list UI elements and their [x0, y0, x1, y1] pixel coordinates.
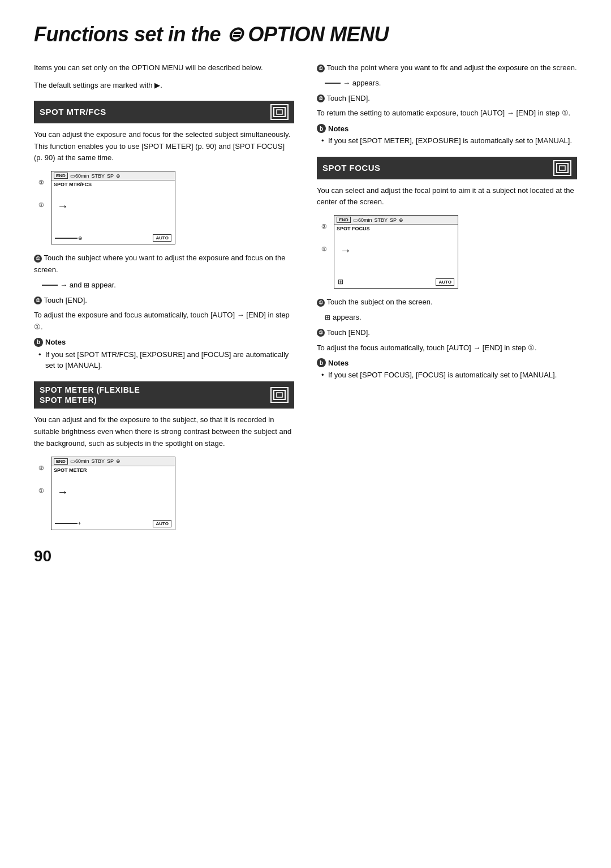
svg-rect-4 [557, 164, 568, 173]
cam-mockup-spot-meter: ② ① END ▭60min STBY SP ⊕ SPOT METER → [51, 457, 294, 530]
cam-label-2-sm: ② [38, 465, 44, 472]
cam-label-1-mtr: ① [38, 201, 44, 209]
step1b-mtr: → and ⊞ appear. [34, 280, 294, 291]
default-note: The default settings are marked with ▶. [34, 81, 294, 89]
spot-mtr-fcs-header: SPOT MTR/FCS [34, 101, 294, 123]
right-column: ① Touch the point where you want to fix … [317, 62, 577, 565]
cam-label-1-sf: ① [321, 246, 327, 253]
note-icon-mtr: b [34, 338, 43, 347]
sf-notes-label: Notes [328, 359, 348, 367]
spot-meter-body: You can adjust and fix the exposure to t… [34, 414, 294, 449]
svg-rect-0 [274, 108, 285, 117]
title-icon: ⊜ [226, 23, 243, 46]
exp-step1: ① Touch the point where you want to fix … [317, 62, 577, 74]
cam-end-btn-sf: END [337, 217, 351, 223]
cam-screen-mtr: END ▭60min STBY SP ⊕ SPOT MTR/FCS → ⊕ [51, 171, 175, 244]
cam-arrow-mtr: → [57, 200, 68, 213]
sf-auto-text: To adjust the focus automatically, touch… [317, 342, 577, 354]
svg-rect-5 [560, 166, 565, 170]
notes-label-mtr: Notes [45, 338, 66, 346]
notes-header-mtr: b Notes [34, 338, 294, 347]
svg-rect-2 [274, 390, 285, 399]
svg-rect-1 [277, 110, 282, 114]
cam-sp-mtr: SP [107, 173, 114, 179]
cam-topbar-sf: END ▭60min STBY SP ⊕ [334, 216, 458, 225]
cam-stby-sf: STBY [374, 217, 388, 223]
spot-meter-icon [270, 387, 289, 403]
cam-arrow-sf: → [340, 244, 351, 257]
spot-focus-icon [553, 160, 571, 176]
sf-notes-list: If you set [SPOT FOCUS], [FOCUS] is auto… [317, 369, 577, 381]
cam-stby-mtr: STBY [91, 173, 105, 179]
step2-num-mtr: ② [34, 297, 42, 304]
cam-label-2-sf: ② [321, 223, 327, 230]
cam-label-1-sm: ① [38, 487, 44, 495]
auto-text-mtr: To adjust the exposure and focus automat… [34, 310, 294, 333]
exp-step1b: → appears. [317, 78, 577, 89]
exp-notes-header: b Notes [317, 124, 577, 133]
sf-step2-num: ② [317, 329, 325, 337]
step1-mtr: ① Touch the subject where you want to ad… [34, 252, 294, 276]
spot-meter-title: SPOT METER (Flexible spot meter) [40, 385, 140, 405]
spot-mtr-fcs-icon [270, 104, 289, 120]
spot-meter-section: SPOT METER (Flexible spot meter) You can… [34, 381, 294, 530]
cam-mockup-spot-mtr-fcs: ② ① END ▭60min STBY SP ⊕ SPOT MTR/FCS → [51, 171, 294, 244]
page-number: 90 [34, 547, 294, 565]
sf-note-icon: b [317, 358, 326, 367]
cam-battery-sm: ▭60min [70, 458, 89, 464]
spot-mtr-fcs-section: SPOT MTR/FCS You can adjust the exposure… [34, 101, 294, 371]
sf-notes: b Notes If you set [SPOT FOCUS], [FOCUS]… [317, 358, 577, 381]
cam-auto-btn-mtr: AUTO [153, 234, 171, 242]
cam-sp-sm: SP [107, 458, 114, 464]
exp-note-icon: b [317, 124, 326, 133]
cam-arrow-sm: → [57, 485, 68, 499]
spot-mtr-fcs-title: SPOT MTR/FCS [40, 107, 106, 117]
cam-wifi-mtr: ⊕ [116, 173, 121, 179]
cam-end-btn-sm: END [54, 458, 68, 465]
cam-slider-mtr: ⊕ [55, 235, 83, 241]
cam-stby-sm: STBY [91, 458, 105, 464]
page-title: Functions set in the ⊜ OPTION MENU [34, 23, 577, 46]
cam-battery-mtr: ▭60min [70, 173, 89, 179]
exp-note-item-0: If you set [SPOT METER], [EXPOSURE] is a… [321, 135, 577, 147]
sf-step2: ② Touch [END]. [317, 327, 577, 339]
cam-sp-sf: SP [390, 217, 397, 223]
sf-step1: ① Touch the subject on the screen. [317, 297, 577, 308]
cam-battery-sf: ▭60min [353, 217, 372, 223]
sf-step1-num: ① [317, 299, 325, 307]
spot-meter-header: SPOT METER (Flexible spot meter) [34, 381, 294, 409]
left-column: Items you can set only on the OPTION MEN… [34, 62, 294, 565]
spot-focus-title: SPOT FOCUS [322, 163, 381, 173]
cam-label-mtr: SPOT MTR/FCS [51, 181, 175, 188]
cam-auto-btn-sf: AUTO [436, 278, 454, 286]
sf-note-item-0: If you set [SPOT FOCUS], [FOCUS] is auto… [321, 369, 577, 381]
intro-text: Items you can set only on the OPTION MEN… [34, 62, 294, 74]
exposure-notes: b Notes If you set [SPOT METER], [EXPOSU… [317, 124, 577, 147]
cam-wifi-sm: ⊕ [116, 458, 121, 464]
notes-mtr: b Notes If you set [SPOT MTR/FCS], [EXPO… [34, 338, 294, 371]
spot-focus-header: SPOT FOCUS [317, 157, 577, 179]
cam-screen-sm: END ▭60min STBY SP ⊕ SPOT METER → + [51, 457, 175, 530]
exp-step2: ② Touch [END]. [317, 93, 577, 105]
exposure-steps-section: ① Touch the point where you want to fix … [317, 62, 577, 147]
cam-screen-sf: END ▭60min STBY SP ⊕ SPOT FOCUS → ⊞ [334, 215, 458, 289]
svg-rect-3 [277, 393, 282, 397]
cam-mockup-spot-focus: ② ① END ▭60min STBY SP ⊕ SPOT FOCUS → [334, 215, 577, 289]
cam-bottombar-sf: ⊞ AUTO [334, 278, 458, 286]
cam-topbar-sm: END ▭60min STBY SP ⊕ [51, 457, 175, 466]
exp-step1-num: ① [317, 65, 325, 72]
spot-focus-section: SPOT FOCUS You can select and adjust the… [317, 157, 577, 381]
cam-topbar-mtr: END ▭60min STBY SP ⊕ [51, 171, 175, 181]
sf-notes-header: b Notes [317, 358, 577, 367]
cam-wifi-sf: ⊕ [399, 217, 403, 223]
cam-end-btn-mtr: END [54, 173, 68, 179]
spot-focus-body: You can select and adjust the focal poin… [317, 185, 577, 209]
step2-mtr: ② Touch [END]. [34, 295, 294, 307]
cam-slider-sf: ⊞ [338, 278, 343, 286]
sf-step1b: ⊞ appears. [317, 312, 577, 324]
step1-num-mtr: ① [34, 255, 42, 263]
cam-label-sf: SPOT FOCUS [334, 225, 458, 233]
cam-bottombar-sm: + AUTO [51, 520, 175, 527]
exp-auto-text: To return the setting to automatic expos… [317, 108, 577, 119]
notes-list-mtr: If you set [SPOT MTR/FCS], [EXPOSURE] an… [34, 349, 294, 371]
